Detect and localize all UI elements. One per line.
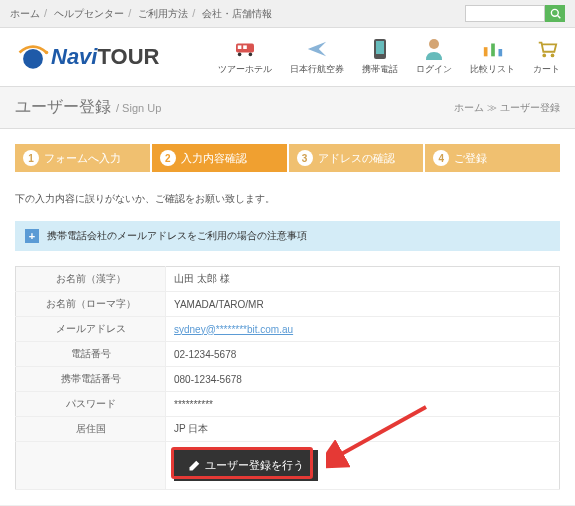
cart-icon — [536, 39, 558, 59]
table-row: メールアドレスsydney@********bit.com.au — [16, 317, 560, 342]
value-mobile: 080-1234-5678 — [166, 367, 560, 392]
nav-tour-hotel[interactable]: ツアーホテル — [218, 38, 272, 76]
svg-point-2 — [23, 49, 43, 69]
table-row: お名前（ローマ字）YAMADA/TARO/MR — [16, 292, 560, 317]
step-3: 3アドレスの確認 — [289, 144, 424, 172]
svg-point-16 — [550, 54, 554, 58]
bus-icon — [234, 40, 256, 58]
svg-rect-5 — [238, 45, 242, 49]
logo-tour: TOUR — [97, 44, 159, 69]
table-row: 電話番号02-1234-5678 — [16, 342, 560, 367]
nav-mobile[interactable]: 携帯電話 — [362, 38, 398, 76]
step-2: 2入力内容確認 — [152, 144, 287, 172]
svg-line-1 — [557, 16, 560, 19]
svg-rect-12 — [483, 47, 487, 56]
table-row: 携帯電話番号080-1234-5678 — [16, 367, 560, 392]
plane-icon — [306, 38, 328, 60]
top-link-home[interactable]: ホーム — [10, 8, 40, 19]
plus-icon: + — [25, 229, 39, 243]
info-box[interactable]: + 携帯電話会社のメールアドレスをご利用の場合の注意事項 — [15, 221, 560, 251]
top-link-usage[interactable]: ご利用方法 — [138, 8, 188, 19]
value-phone: 02-1234-5678 — [166, 342, 560, 367]
value-name-roman: YAMADA/TARO/MR — [166, 292, 560, 317]
info-text: 携帯電話会社のメールアドレスをご利用の場合の注意事項 — [47, 229, 307, 243]
phone-icon — [373, 38, 387, 60]
logo-icon — [15, 39, 51, 75]
label-mobile: 携帯電話番号 — [16, 367, 166, 392]
svg-point-8 — [249, 53, 253, 57]
step-1: 1フォームへ入力 — [15, 144, 150, 172]
value-password: ********** — [166, 392, 560, 417]
submit-register-button[interactable]: ユーザー登録を行う — [174, 450, 318, 481]
nav-login[interactable]: ログイン — [416, 38, 452, 76]
table-row: パスワード********** — [16, 392, 560, 417]
instruction-text: 下の入力内容に誤りがないか、ご確認をお願い致します。 — [0, 187, 575, 211]
user-icon — [424, 38, 444, 60]
value-email: sydney@********bit.com.au — [174, 324, 293, 335]
nav-cart[interactable]: カート — [533, 38, 560, 76]
logo-navi: Navi — [51, 44, 97, 69]
svg-point-11 — [429, 39, 439, 49]
label-name-kanji: お名前（漢字） — [16, 267, 166, 292]
nav-flights[interactable]: 日本行航空券 — [290, 38, 344, 76]
svg-point-7 — [238, 53, 242, 57]
step-4: 4ご登録 — [425, 144, 560, 172]
table-row: お名前（漢字）山田 太郎 様 — [16, 267, 560, 292]
search-button[interactable] — [545, 5, 565, 22]
value-name-kanji: 山田 太郎 様 — [166, 267, 560, 292]
confirmation-table: お名前（漢字）山田 太郎 様 お名前（ローマ字）YAMADA/TARO/MR メ… — [15, 266, 560, 490]
label-country: 居住国 — [16, 417, 166, 442]
svg-point-3 — [45, 51, 49, 55]
label-email: メールアドレス — [16, 317, 166, 342]
top-link-help[interactable]: ヘルプセンター — [54, 8, 124, 19]
page-title: ユーザー登録/ Sign Up — [15, 97, 161, 118]
svg-rect-6 — [243, 45, 247, 49]
step-indicator: 1フォームへ入力 2入力内容確認 3アドレスの確認 4ご登録 — [15, 144, 560, 172]
search-icon — [550, 8, 561, 19]
svg-rect-13 — [491, 44, 495, 57]
search-input[interactable] — [465, 5, 545, 22]
nav-compare[interactable]: 比較リスト — [470, 38, 515, 76]
label-phone: 電話番号 — [16, 342, 166, 367]
table-row: 居住国JP 日本 — [16, 417, 560, 442]
value-country: JP 日本 — [166, 417, 560, 442]
top-link-company[interactable]: 会社・店舗情報 — [202, 8, 272, 19]
svg-rect-10 — [376, 41, 384, 54]
topbar-links: ホーム/ ヘルプセンター/ ご利用方法/ 会社・店舗情報 — [10, 7, 272, 21]
compare-icon — [482, 39, 504, 59]
edit-icon — [188, 460, 200, 472]
svg-rect-14 — [498, 49, 502, 56]
label-name-roman: お名前（ローマ字） — [16, 292, 166, 317]
logo[interactable]: NaviTOUR — [15, 39, 159, 75]
svg-point-15 — [542, 54, 546, 58]
label-password: パスワード — [16, 392, 166, 417]
breadcrumb: ホーム ≫ ユーザー登録 — [454, 101, 560, 115]
svg-point-0 — [551, 9, 558, 16]
